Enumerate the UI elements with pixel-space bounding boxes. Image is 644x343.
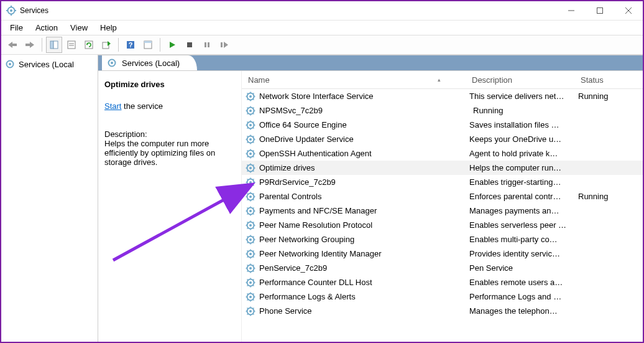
back-button[interactable] [4, 37, 21, 53]
start-service-line: Start the service [104, 101, 235, 111]
service-row[interactable]: Peer Networking Identity ManagerProvides… [242, 247, 643, 261]
svg-point-188 [249, 310, 252, 312]
tree-root-label: Services (Local [19, 60, 74, 69]
service-name: Peer Networking Identity Manager [259, 249, 382, 258]
gear-icon [246, 278, 255, 288]
service-description-cell: Performance Logs and … [466, 292, 574, 301]
show-hide-button[interactable] [140, 37, 156, 53]
svg-point-98 [249, 181, 252, 184]
service-description-cell: This service delivers net… [466, 92, 574, 101]
service-status-cell: Running [469, 106, 525, 115]
svg-rect-29 [205, 42, 206, 47]
column-description-label: Description [472, 75, 512, 85]
service-name: Payments and NFC/SE Manager [259, 206, 377, 215]
svg-rect-19 [85, 41, 93, 49]
service-row[interactable]: OpenSSH Authentication AgentAgent to hol… [242, 146, 643, 161]
list-pane: Name ▴ Description Status Network Store … [241, 71, 643, 342]
service-description-cell: Enables serverless peer … [466, 220, 574, 230]
gear-icon [246, 92, 255, 101]
properties-button[interactable] [46, 37, 62, 53]
column-status-label: Status [581, 75, 604, 85]
close-button[interactable] [614, 1, 643, 20]
pause-service-button[interactable] [199, 37, 215, 53]
service-name: OpenSSH Authentication Agent [259, 149, 372, 158]
service-row[interactable]: Office 64 Source EngineSaves installatio… [242, 118, 643, 132]
gear-icon [246, 220, 255, 230]
window-title: Services [20, 6, 48, 15]
start-suffix: the service [121, 101, 162, 111]
service-description-cell: Enables remote users a… [466, 278, 574, 287]
column-header-description[interactable]: Description [466, 71, 574, 88]
service-row[interactable]: Payments and NFC/SE ManagerManages payme… [242, 204, 643, 218]
service-name-cell: P9RdrService_7c2b9 [242, 177, 466, 187]
maximize-button[interactable] [586, 1, 614, 20]
tab-services-local[interactable]: Services (Local) [102, 55, 197, 70]
app-icon [6, 6, 16, 16]
service-row[interactable]: Network Store Interface ServiceThis serv… [242, 89, 643, 103]
start-service-button[interactable] [164, 37, 180, 53]
service-row[interactable]: P9RdrService_7c2b9Enables trigger-starti… [242, 175, 643, 189]
export-button[interactable] [98, 37, 114, 53]
service-row[interactable]: Phone ServiceManages the telephon… [242, 304, 643, 318]
column-header-name[interactable]: Name ▴ [242, 71, 466, 88]
service-name-cell: Performance Logs & Alerts [242, 292, 466, 302]
service-row[interactable]: Peer Name Resolution ProtocolEnables ser… [242, 218, 643, 232]
service-row[interactable]: Performance Counter DLL HostEnables remo… [242, 275, 643, 289]
service-description-cell: Manages the telephon… [466, 306, 574, 316]
gear-icon [246, 106, 255, 116]
service-name: Office 64 Source Engine [259, 120, 347, 129]
svg-point-38 [249, 95, 252, 98]
svg-marker-12 [30, 42, 34, 48]
service-description-cell: Keeps your OneDrive u… [466, 134, 574, 144]
refresh-button[interactable] [81, 37, 97, 53]
service-name: Network Store Interface Service [259, 92, 374, 101]
service-description-cell: Enforces parental contr… [466, 192, 574, 201]
svg-marker-32 [224, 42, 228, 48]
gear-icon [246, 163, 255, 173]
restart-service-button[interactable] [216, 37, 232, 53]
service-row[interactable]: NPSMSvc_7c2b9Running [242, 103, 643, 118]
service-name: OneDrive Updater Service [259, 134, 354, 144]
tree-root-item[interactable]: Services (Local [1, 57, 98, 71]
service-status-cell: Running [574, 92, 630, 101]
svg-marker-27 [170, 42, 175, 48]
svg-rect-11 [12, 44, 17, 46]
menu-file[interactable]: File [4, 22, 29, 34]
titlebar: Services [1, 1, 643, 21]
description-label: Description: [104, 129, 235, 139]
service-description-cell: Helps the computer run… [466, 163, 574, 172]
service-description-cell: Running [466, 106, 574, 115]
svg-point-48 [249, 110, 252, 112]
export-list-button[interactable] [63, 37, 80, 53]
svg-rect-15 [53, 41, 58, 49]
service-row[interactable]: OneDrive Updater ServiceKeeps your OneDr… [242, 132, 643, 146]
menu-view[interactable]: View [64, 22, 94, 34]
column-header-status[interactable]: Status [574, 71, 630, 88]
svg-point-36 [111, 62, 113, 64]
service-row[interactable]: Parental ControlsEnforces parental contr… [242, 189, 643, 204]
service-name: Peer Name Resolution Protocol [259, 220, 372, 230]
svg-point-108 [249, 195, 252, 198]
svg-rect-28 [187, 42, 192, 47]
menu-help[interactable]: Help [94, 22, 123, 34]
gear-icon [246, 134, 255, 144]
service-row[interactable]: PenService_7c2b9Pen Service [242, 261, 643, 275]
service-name-cell: Payments and NFC/SE Manager [242, 206, 466, 216]
service-name-cell: NPSMSvc_7c2b9 [242, 106, 466, 116]
service-name-cell: Peer Networking Grouping [242, 235, 466, 245]
service-description-cell: Enables trigger-starting… [466, 177, 574, 187]
start-service-link[interactable]: Start [104, 101, 121, 111]
service-description-cell: Provides identity servic… [466, 249, 574, 258]
svg-point-88 [249, 167, 252, 169]
service-name: PenService_7c2b9 [259, 263, 327, 273]
minimize-button[interactable] [557, 1, 586, 20]
service-row[interactable]: Performance Logs & AlertsPerformance Log… [242, 289, 643, 304]
forward-button[interactable] [22, 37, 38, 53]
stop-service-button[interactable] [182, 37, 198, 53]
service-row[interactable]: Optimize drivesHelps the computer run… [242, 161, 643, 175]
service-row[interactable]: Peer Networking GroupingEnables multi-pa… [242, 232, 643, 247]
svg-point-68 [249, 138, 252, 141]
menu-action[interactable]: Action [29, 22, 64, 34]
help-button[interactable]: ? [122, 37, 139, 53]
svg-point-78 [249, 153, 252, 155]
